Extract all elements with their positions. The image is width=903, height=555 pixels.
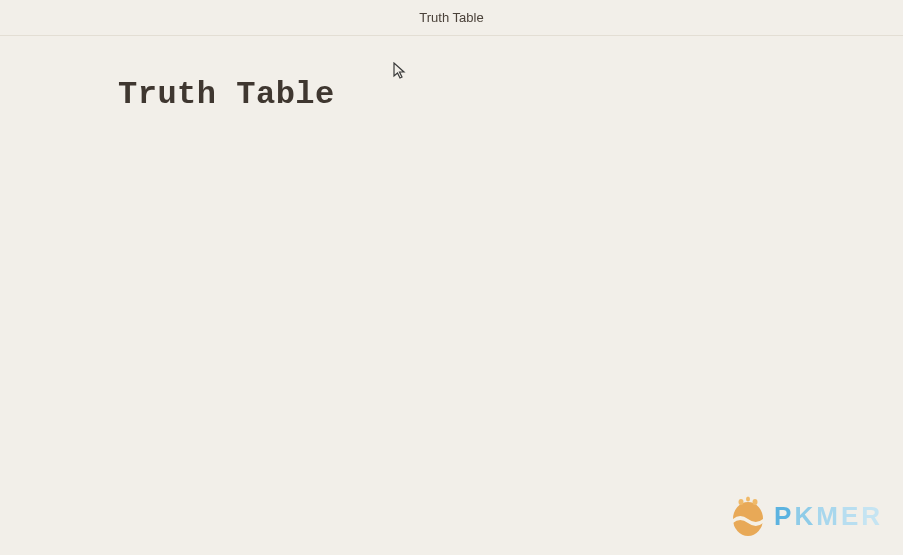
editor-content[interactable]: Truth Table [0, 36, 903, 113]
svg-point-3 [746, 497, 750, 502]
egg-icon [730, 495, 766, 537]
watermark-brand-text: P K M E R [774, 501, 883, 532]
page-title: Truth Table [118, 76, 903, 113]
tab-title[interactable]: Truth Table [419, 10, 483, 25]
watermark-logo: P K M E R [730, 495, 883, 537]
svg-point-2 [753, 499, 758, 505]
svg-point-1 [739, 499, 744, 505]
titlebar: Truth Table [0, 0, 903, 36]
